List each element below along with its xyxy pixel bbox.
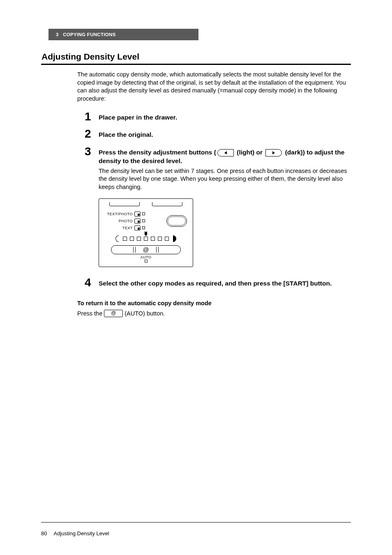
auto-label: AUTO xyxy=(104,255,188,259)
led-icon xyxy=(142,219,145,222)
density-auto-button-icon: @ xyxy=(135,247,156,253)
density-step-icon xyxy=(151,237,155,241)
step-3: 3 Press the density adjustment buttons (… xyxy=(85,148,351,267)
density-step-icon xyxy=(137,237,141,241)
footer-title: Adjusting Density Level xyxy=(53,530,109,537)
panel-frame: TEXT/PHOTO PHOTO TEXT xyxy=(99,198,193,267)
step-number: 2 xyxy=(85,127,91,140)
slot-icon xyxy=(109,202,140,206)
steps-list: 1 Place paper in the drawer. 2 Place the… xyxy=(85,113,351,288)
density-step-icon xyxy=(165,237,169,241)
text-icon xyxy=(134,226,141,230)
step-2-text: Place the original. xyxy=(99,131,351,139)
density-scale-steps xyxy=(123,237,169,241)
step-4: 4 Select the other copy modes as require… xyxy=(85,279,351,288)
text-photo-icon xyxy=(134,212,141,216)
step-3-pre: Press the density adjustment buttons ( xyxy=(99,149,216,156)
density-control-buttons: @ xyxy=(111,245,181,254)
density-scale-light-cap-icon xyxy=(115,235,119,242)
page-number: 80 xyxy=(41,530,47,537)
density-step-current-icon xyxy=(144,237,148,241)
mode-label: TEXT xyxy=(106,226,133,230)
return-auto-heading: To return it to the automatic copy densi… xyxy=(77,300,351,306)
return-auto-body: Press the @ (AUTO) button. xyxy=(77,310,351,317)
auto-led-icon xyxy=(145,260,148,263)
slot-icon xyxy=(152,202,182,206)
led-icon xyxy=(142,212,145,215)
panel-top-slots xyxy=(104,202,188,206)
step-number: 4 xyxy=(85,276,91,289)
step-number: 3 xyxy=(85,145,91,158)
density-dark-button-icon xyxy=(158,247,179,253)
light-button-icon xyxy=(216,148,235,157)
step-4-text: Select the other copy modes as required,… xyxy=(99,279,351,288)
step-3-mid1: (light) or xyxy=(235,149,264,156)
density-scale xyxy=(104,235,188,242)
step-3-heading: Press the density adjustment buttons ( (… xyxy=(99,148,351,165)
mode-select-button-icon xyxy=(166,215,187,227)
return-auto-post: (AUTO) button. xyxy=(125,310,165,317)
density-step-icon xyxy=(158,237,162,241)
heading-rule xyxy=(41,64,351,65)
step-3-description: The density level can be set within 7 st… xyxy=(99,167,351,191)
control-panel-diagram: TEXT/PHOTO PHOTO TEXT xyxy=(99,198,193,267)
density-light-button-icon xyxy=(113,247,134,253)
led-icon xyxy=(142,226,145,229)
intro-paragraph: The automatic copy density mode, which a… xyxy=(77,71,351,103)
section-heading: Adjusting Density Level xyxy=(41,52,351,62)
dark-button-icon xyxy=(264,148,283,157)
auto-button-icon: @ xyxy=(104,310,123,317)
chapter-title: COPYING FUNCTIONS xyxy=(63,32,115,37)
page: 3 COPYING FUNCTIONS Adjusting Density Le… xyxy=(0,0,392,555)
step-1: 1 Place paper in the drawer. xyxy=(85,113,351,122)
mode-group: TEXT/PHOTO PHOTO TEXT xyxy=(106,210,188,231)
step-2: 2 Place the original. xyxy=(85,131,351,139)
mode-label: TEXT/PHOTO xyxy=(106,212,133,216)
density-step-icon xyxy=(123,237,127,241)
photo-icon xyxy=(134,219,141,223)
mode-label: PHOTO xyxy=(106,219,133,223)
step-1-text: Place paper in the drawer. xyxy=(99,113,351,122)
page-footer: 80 Adjusting Density Level xyxy=(41,530,109,537)
chapter-header-bar: 3 COPYING FUNCTIONS xyxy=(48,29,198,40)
density-step-icon xyxy=(130,237,134,241)
return-auto-pre: Press the xyxy=(77,310,102,317)
density-scale-dark-cap-icon xyxy=(173,235,176,242)
chapter-number: 3 xyxy=(56,32,59,37)
step-number: 1 xyxy=(85,110,91,123)
footer-rule xyxy=(41,522,351,523)
